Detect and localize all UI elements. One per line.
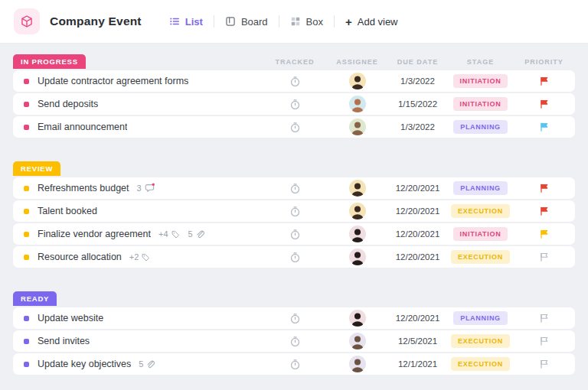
task-row[interactable]: Update key objectives 5 12/1/2021 EXE [13, 353, 575, 375]
priority-flag[interactable] [513, 229, 575, 239]
add-view-button[interactable]: + Add view [335, 16, 409, 28]
assignee-avatar[interactable] [349, 119, 366, 135]
attachments-count[interactable]: 5 [188, 229, 205, 239]
due-date[interactable]: 1/3/2022 [400, 122, 435, 132]
stage-badge[interactable]: INITIATION [453, 227, 508, 241]
time-tracked-button[interactable] [263, 76, 327, 87]
due-date[interactable]: 1/15/2022 [398, 99, 437, 109]
time-tracked-button[interactable] [263, 313, 327, 324]
timer-icon [289, 336, 301, 347]
stage-badge[interactable]: INITIATION [453, 97, 508, 111]
column-header-due-date[interactable]: DUE DATE [387, 58, 448, 66]
tab-board[interactable]: Board [214, 0, 279, 43]
group-status-badge[interactable]: IN PROGRESS [13, 54, 86, 69]
due-date[interactable]: 12/20/2021 [396, 184, 440, 193]
stage-badge[interactable]: EXECUTION [451, 204, 510, 218]
time-tracked-button[interactable] [263, 183, 327, 194]
due-date[interactable]: 12/5/2021 [398, 336, 437, 346]
task-title[interactable]: Send deposits [38, 99, 98, 109]
tags-count-label: +2 [129, 252, 139, 262]
task-title[interactable]: Refreshments budget [38, 183, 129, 193]
priority-flag[interactable] [513, 76, 575, 86]
time-tracked-button[interactable] [263, 252, 327, 263]
person-silhouette-icon [349, 333, 366, 349]
task-row[interactable]: Email announcement 1/3/2022 PLANNING [13, 116, 575, 138]
column-header-stage[interactable]: STAGE [448, 58, 513, 66]
time-tracked-button[interactable] [263, 336, 327, 347]
assignee-avatar[interactable] [349, 226, 366, 242]
stage-badge[interactable]: PLANNING [453, 120, 508, 134]
tab-list[interactable]: List [158, 0, 214, 43]
tags-count[interactable]: +2 [129, 252, 152, 262]
priority-flag[interactable] [513, 313, 575, 323]
assignee-avatar[interactable] [349, 249, 366, 265]
group-status-badge[interactable]: READY [13, 291, 57, 306]
stage-badge[interactable]: INITIATION [453, 74, 508, 88]
timer-icon [289, 76, 301, 87]
task-title[interactable]: Talent booked [38, 206, 97, 216]
assignee-avatar[interactable] [349, 356, 366, 372]
task-title[interactable]: Email announcement [38, 122, 127, 132]
time-tracked-button[interactable] [263, 359, 327, 370]
task-row[interactable]: Finalize vendor agreement +4 5 [13, 223, 575, 245]
assignee-avatar[interactable] [349, 180, 366, 197]
comment-icon [144, 183, 155, 193]
task-title[interactable]: Update website [38, 313, 103, 323]
task-title[interactable]: Update contractor agreement forms [38, 76, 188, 86]
group-status-badge[interactable]: REVIEW [13, 161, 60, 176]
tab-box[interactable]: Box [279, 0, 334, 43]
task-status-bullet [24, 232, 29, 237]
time-tracked-button[interactable] [263, 122, 327, 133]
due-date[interactable]: 12/20/2021 [396, 229, 440, 239]
attachments-count[interactable]: 5 [139, 359, 155, 369]
task-row[interactable]: Send invites 12/5/2021 EXECUTION [13, 330, 575, 352]
task-row[interactable]: Send deposits 1/15/2022 INITIATION [13, 93, 575, 115]
due-date[interactable]: 12/20/2021 [396, 314, 440, 323]
priority-flag[interactable] [513, 252, 575, 262]
tags-count-label: +4 [158, 229, 168, 239]
time-tracked-button[interactable] [263, 99, 327, 110]
time-tracked-button[interactable] [263, 206, 327, 217]
assignee-avatar[interactable] [349, 310, 366, 327]
task-row[interactable]: Update website 12/20/2021 PLANNING [13, 307, 575, 329]
task-row[interactable]: Talent booked 12/20/2021 EXECUTION [13, 200, 575, 222]
stage-badge[interactable]: PLANNING [453, 181, 508, 195]
stage-badge[interactable]: PLANNING [453, 311, 508, 325]
assignee-avatar[interactable] [349, 333, 366, 349]
assignee-avatar[interactable] [349, 203, 366, 219]
comments-count[interactable]: 3 [137, 183, 155, 193]
due-date[interactable]: 12/1/2021 [398, 359, 437, 369]
column-header-priority[interactable]: PRIORITY [513, 58, 575, 66]
time-tracked-button[interactable] [263, 229, 327, 240]
column-header-tracked[interactable]: TRACKED [263, 58, 327, 66]
space-icon[interactable] [14, 8, 40, 34]
stage-badge[interactable]: EXECUTION [451, 334, 510, 348]
task-title[interactable]: Resource allocation [38, 252, 122, 262]
timer-icon [289, 122, 301, 133]
column-header-assignee[interactable]: ASSIGNEE [327, 58, 387, 66]
group-header: READY [13, 292, 575, 306]
priority-flag[interactable] [513, 183, 575, 193]
due-date[interactable]: 12/20/2021 [396, 252, 440, 262]
task-status-bullet [24, 102, 29, 107]
top-bar: Company Event List Board Box [0, 0, 588, 44]
priority-flag[interactable] [513, 206, 575, 216]
priority-flag[interactable] [513, 336, 575, 346]
priority-flag[interactable] [513, 99, 575, 109]
tags-count[interactable]: +4 [158, 229, 181, 239]
task-row[interactable]: Resource allocation +2 12/20/2021 [13, 246, 575, 268]
due-date[interactable]: 12/20/2021 [396, 206, 440, 216]
task-row[interactable]: Refreshments budget 3 12/20/2021 [13, 177, 575, 199]
due-date[interactable]: 1/3/2022 [400, 76, 435, 86]
tab-box-label: Box [306, 16, 323, 28]
priority-flag[interactable] [513, 122, 575, 132]
stage-badge[interactable]: EXECUTION [451, 357, 510, 371]
task-title[interactable]: Send invites [38, 336, 90, 346]
priority-flag[interactable] [513, 359, 575, 369]
assignee-avatar[interactable] [349, 96, 366, 112]
task-title[interactable]: Finalize vendor agreement [38, 229, 151, 239]
task-title[interactable]: Update key objectives [38, 359, 131, 369]
task-row[interactable]: Update contractor agreement forms 1/3/20… [13, 70, 575, 92]
stage-badge[interactable]: EXECUTION [451, 250, 510, 264]
assignee-avatar[interactable] [349, 73, 366, 89]
